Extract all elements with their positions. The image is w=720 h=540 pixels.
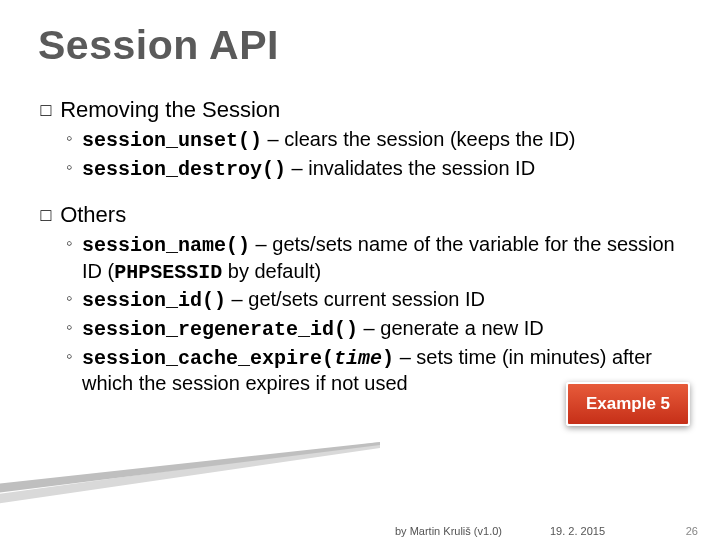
- list-item: session_unset() – clears the session (ke…: [66, 127, 682, 154]
- svg-marker-1: [0, 442, 380, 500]
- list-item: session_id() – get/sets current session …: [66, 287, 682, 314]
- list-others: session_name() – gets/sets name of the v…: [66, 232, 682, 397]
- decorative-wedge: [0, 442, 380, 512]
- example-badge: Example 5: [566, 382, 690, 426]
- list-item: session_regenerate_id() – generate a new…: [66, 316, 682, 343]
- slide-title: Session API: [38, 22, 682, 69]
- footer-date: 19. 2. 2015: [550, 525, 605, 537]
- list-item: session_destroy() – invalidates the sess…: [66, 156, 682, 183]
- section-removing: □ Removing the Session: [38, 97, 682, 123]
- list-removing: session_unset() – clears the session (ke…: [66, 127, 682, 182]
- section-others: □ Others: [38, 202, 682, 228]
- svg-marker-0: [0, 442, 380, 512]
- footer-page-number: 26: [686, 525, 698, 537]
- list-item: session_name() – gets/sets name of the v…: [66, 232, 682, 285]
- footer-author: by Martin Kruliš (v1.0): [395, 525, 502, 537]
